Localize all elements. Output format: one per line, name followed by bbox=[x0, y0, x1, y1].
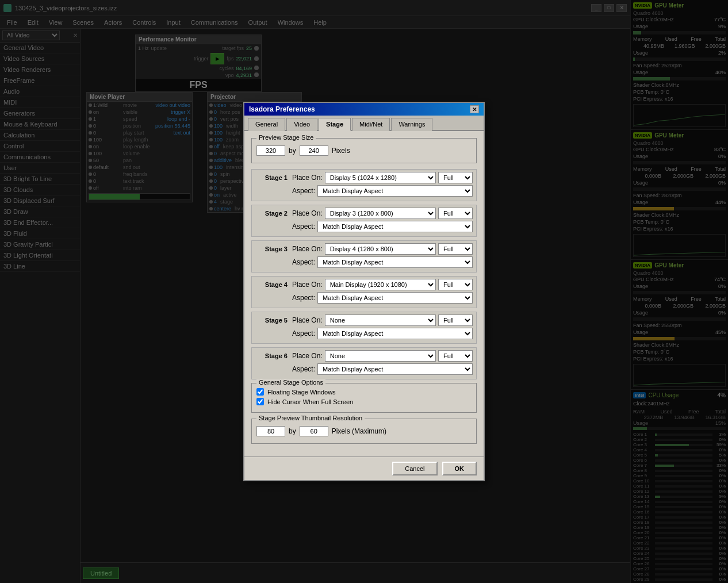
stage-2-place-on-label: Place On: bbox=[292, 209, 323, 217]
pixels-max-label: Pixels (Maximum) bbox=[332, 427, 386, 435]
stage-4-place-on-label: Place On: bbox=[292, 281, 323, 289]
preview-width-input[interactable] bbox=[256, 145, 285, 156]
stage-5-aspect-label: Aspect: bbox=[292, 329, 315, 337]
by-label-1: by bbox=[289, 147, 296, 155]
stage-4-name: Stage 4 bbox=[255, 281, 290, 288]
dialog-close-button[interactable]: ✕ bbox=[470, 105, 479, 113]
stage-1-group: Stage 1 Place On: Display 5 (1024 x 1280… bbox=[251, 169, 477, 201]
dialog-tab-bar: General Video Stage Midi/Net Warnings bbox=[244, 116, 484, 131]
stage-5-aspect-select[interactable]: Match Display Aspect bbox=[317, 328, 473, 339]
stage-6-full-select[interactable]: Full bbox=[438, 350, 473, 362]
ok-button[interactable]: OK bbox=[442, 462, 477, 475]
stage-6-group: Stage 6 Place On: None Full Aspect: Matc… bbox=[251, 347, 477, 379]
dialog-title: Isadora Preferences bbox=[249, 105, 315, 113]
floating-windows-checkbox[interactable] bbox=[256, 388, 264, 396]
dialog-footer: Cancel OK bbox=[244, 457, 484, 480]
stage-6-aspect-select[interactable]: Match Display Aspect bbox=[317, 363, 473, 375]
stage-4-aspect-label: Aspect: bbox=[292, 294, 315, 302]
stage-3-full-select[interactable]: Full bbox=[438, 243, 473, 255]
stage-4-aspect-select[interactable]: Match Display Aspect bbox=[317, 292, 473, 304]
stage-5-place-on-select[interactable]: None bbox=[325, 314, 436, 326]
stage-6-aspect-label: Aspect: bbox=[292, 365, 315, 373]
stage-5-place-on-label: Place On: bbox=[292, 316, 323, 324]
stage-1-name: Stage 1 bbox=[255, 174, 290, 181]
cancel-button[interactable]: Cancel bbox=[392, 462, 437, 475]
preview-stage-size-section: Preview Stage Size by Pixels bbox=[251, 138, 477, 163]
preferences-dialog: Isadora Preferences ✕ General Video Stag… bbox=[243, 102, 485, 481]
stage-3-aspect-label: Aspect: bbox=[292, 258, 315, 266]
dialog-titlebar: Isadora Preferences ✕ bbox=[244, 103, 484, 116]
stage-3-group: Stage 3 Place On: Display 4 (1280 x 800)… bbox=[251, 240, 477, 273]
stage-6-name: Stage 6 bbox=[255, 352, 290, 359]
stage-3-name: Stage 3 bbox=[255, 246, 290, 252]
stage-3-aspect-select[interactable]: Match Display Aspect bbox=[317, 256, 473, 268]
stage-5-full-select[interactable]: Full bbox=[438, 314, 473, 326]
stage-1-place-on-select[interactable]: Display 5 (1024 x 1280) bbox=[325, 172, 436, 183]
hide-cursor-label: Hide Cursor When Full Screen bbox=[267, 398, 353, 405]
stage-2-aspect-label: Aspect: bbox=[292, 223, 315, 231]
stage-1-full-select[interactable]: Full bbox=[438, 172, 473, 183]
stage-2-group: Stage 2 Place On: Display 3 (1280 x 800)… bbox=[251, 205, 477, 237]
stage-2-place-on-select[interactable]: Display 3 (1280 x 800) bbox=[325, 208, 436, 219]
dialog-overlay: Isadora Preferences ✕ General Video Stag… bbox=[0, 0, 728, 583]
by-label-2: by bbox=[289, 427, 296, 435]
general-options-title: General Stage Options bbox=[256, 379, 325, 386]
thumbnail-section: Stage Preview Thumbnail Resolution by Pi… bbox=[251, 419, 477, 444]
tab-video[interactable]: Video bbox=[286, 118, 317, 131]
stage-2-name: Stage 2 bbox=[255, 210, 290, 217]
stage-5-name: Stage 5 bbox=[255, 317, 290, 324]
stage-4-place-on-select[interactable]: Main Display (1920 x 1080) bbox=[325, 279, 436, 290]
stage-5-group: Stage 5 Place On: None Full Aspect: Matc… bbox=[251, 312, 477, 344]
thumbnail-title: Stage Preview Thumbnail Resolution bbox=[256, 415, 365, 421]
dialog-body: Preview Stage Size by Pixels Stage 1 Pla… bbox=[244, 131, 484, 457]
stage-4-group: Stage 4 Place On: Main Display (1920 x 1… bbox=[251, 276, 477, 308]
stage-1-place-on-label: Place On: bbox=[292, 174, 323, 182]
hide-cursor-checkbox[interactable] bbox=[256, 398, 264, 405]
pixels-label-1: Pixels bbox=[332, 147, 350, 155]
tab-warnings[interactable]: Warnings bbox=[391, 118, 432, 131]
stage-3-place-on-select[interactable]: Display 4 (1280 x 800) bbox=[325, 243, 436, 255]
preview-height-input[interactable] bbox=[300, 145, 328, 156]
stage-6-place-on-label: Place On: bbox=[292, 352, 323, 360]
stages-container: Stage 1 Place On: Display 5 (1024 x 1280… bbox=[251, 169, 477, 379]
tab-general[interactable]: General bbox=[248, 118, 285, 131]
thumbnail-width-input[interactable] bbox=[256, 426, 285, 436]
stage-1-aspect-select[interactable]: Match Display Aspect bbox=[317, 185, 473, 197]
thumbnail-height-input[interactable] bbox=[300, 426, 328, 436]
floating-windows-label: Floating Stage Windows bbox=[267, 389, 336, 396]
stage-6-place-on-select[interactable]: None bbox=[325, 350, 436, 362]
stage-3-place-on-label: Place On: bbox=[292, 245, 323, 253]
tab-stage[interactable]: Stage bbox=[319, 118, 351, 131]
stage-1-aspect-label: Aspect: bbox=[292, 187, 315, 195]
tab-midi-net[interactable]: Midi/Net bbox=[352, 118, 390, 131]
stage-2-aspect-select[interactable]: Match Display Aspect bbox=[317, 221, 473, 232]
stage-4-full-select[interactable]: Full bbox=[438, 279, 473, 290]
preview-size-label: Preview Stage Size bbox=[256, 134, 316, 141]
stage-2-full-select[interactable]: Full bbox=[438, 208, 473, 219]
general-options-section: General Stage Options Floating Stage Win… bbox=[251, 383, 477, 413]
